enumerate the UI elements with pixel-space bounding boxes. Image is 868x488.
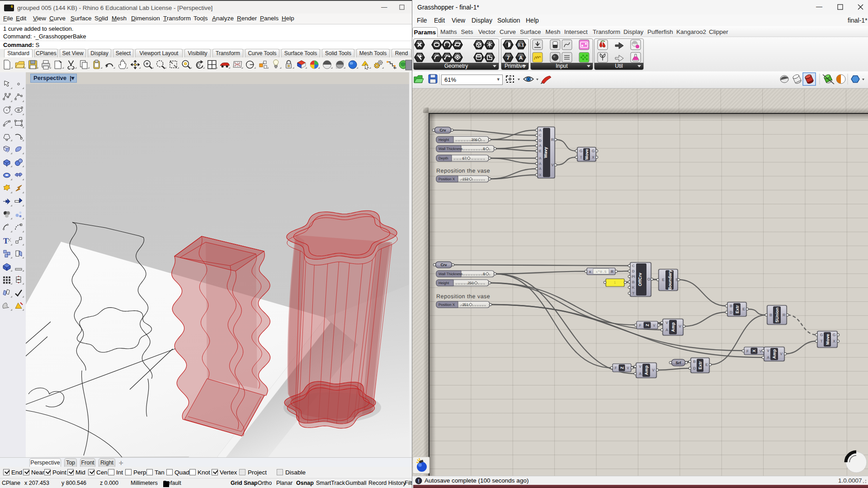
svg-text:D: D [539,139,542,143]
svg-text:B: B [632,280,635,284]
svg-text:G: G [820,333,823,337]
svg-text:Height: Height [439,138,449,142]
svg-text:Depth: Depth [439,156,448,160]
svg-text:V: V [679,324,681,328]
svg-text:-152: -152 [461,177,469,181]
svg-text:A: A [767,355,769,360]
svg-text:Position X: Position X [439,303,455,307]
svg-text:D: D [632,269,635,273]
svg-text:!: ! [418,479,420,484]
svg-text:Boundary: Boundary [668,270,673,290]
svg-text:B: B [730,304,732,308]
svg-text:A: A [539,144,542,148]
svg-text:Amp: Amp [644,366,649,375]
svg-text:1: 1 [614,281,616,285]
svg-text:Extr: Extr [735,305,740,314]
svg-text:T: T [580,155,582,160]
svg-text:X: X [592,155,594,160]
svg-text:-351: -351 [461,303,469,307]
svg-text:K: K [632,286,635,290]
svg-text:C: C [539,133,542,137]
svg-text:206: 206 [472,138,478,142]
svg-text:G: G [580,149,583,153]
svg-text:Position X: Position X [439,177,455,181]
svg-text:7: 7 [507,55,510,61]
svg-text:F: F [639,324,642,328]
svg-text:G: G [833,333,836,337]
svg-text:Wall Thickness: Wall Thickness [439,147,462,151]
svg-text:8: 8 [483,147,485,151]
svg-text:Pl: Pl [632,275,635,279]
svg-text:X: X [833,339,835,343]
svg-text:A: A [539,162,542,166]
svg-text:F: F [746,349,749,353]
svg-text:D: D [693,366,696,371]
svg-text:V: V [551,163,554,167]
svg-text:E: E [662,277,665,282]
svg-text:A: A [639,371,642,376]
svg-text:V: V [652,368,655,372]
svg-text:Srf: Srf [676,361,681,365]
svg-text:A: A [539,156,542,160]
svg-text:Wavy: Wavy [543,147,548,158]
svg-text:A: A [665,328,668,332]
svg-text:V: V [627,366,629,370]
svg-text:R: R [611,269,613,274]
svg-text:Amp: Amp [772,349,777,359]
svg-text:6: 6 [11,5,13,9]
svg-text:8: 8 [483,272,485,276]
svg-text:X: X [752,349,756,352]
svg-text:Reposition the vase: Reposition the vase [436,293,490,300]
svg-text:V: V [639,364,642,369]
svg-text:B: B [769,313,772,317]
svg-text:A: A [539,167,542,171]
svg-text:Z: Z [645,324,650,326]
svg-text:X: X [539,173,542,177]
svg-text:V: V [653,324,656,328]
svg-text:A: A [519,55,523,61]
svg-text:V: V [767,348,769,353]
svg-text:x*0.5: x*0.5 [595,270,606,274]
svg-text:250: 250 [467,281,474,285]
svg-text:Extr: Extr [698,361,703,370]
svg-text:Reposition the vase: Reposition the vase [436,168,490,174]
svg-text:x: x [589,269,591,274]
svg-text:E: E [705,362,708,367]
svg-text:E: E [742,307,745,311]
svg-text:A: A [539,128,542,132]
svg-text:T: T [632,291,635,296]
svg-text:E: E [539,149,542,153]
svg-text:C: C [632,264,635,268]
svg-text:Height: Height [439,281,449,285]
svg-text:T: T [3,236,9,245]
svg-text:B: B [693,359,696,364]
svg-text:SUnion: SUnion [775,307,780,322]
svg-text:67: 67 [462,156,467,160]
svg-text:Move: Move [826,334,830,345]
svg-text:D: D [730,310,732,314]
svg-text:Z: Z [620,366,624,369]
svg-text:T: T [820,339,823,343]
svg-text:Crv: Crv [440,263,447,267]
svg-text:Wall Thickness: Wall Thickness [439,272,462,276]
svg-text:Crv: Crv [439,128,446,132]
svg-text:Amp: Amp [671,322,676,332]
svg-text:O: O [647,277,651,282]
svg-text:R: R [551,137,554,142]
svg-text:R: R [783,313,785,317]
svg-text:V: V [780,352,783,356]
svg-text:Move: Move [585,149,590,160]
svg-text:G: G [592,149,595,153]
svg-text:V: V [665,320,668,325]
svg-text:OffCrv: OffCrv [638,272,643,286]
svg-text:F: F [615,366,617,370]
svg-text:0.1: 0.1 [518,43,524,48]
